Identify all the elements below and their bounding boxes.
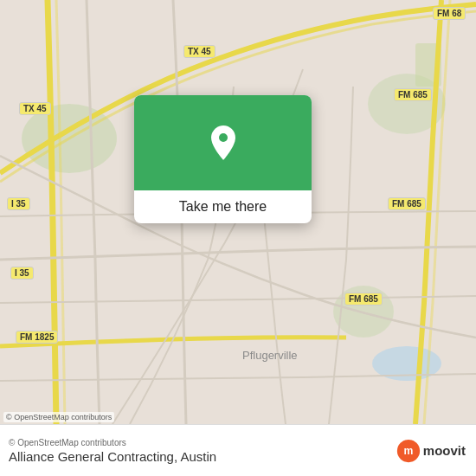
svg-text:Pflugerville: Pflugerville [242,349,298,362]
road-label-tx45-left: TX 45 [19,102,51,115]
road-label-tx45-top: TX 45 [183,45,215,58]
location-pin-icon [203,122,244,164]
bottom-bar: © OpenStreetMap contributors Alliance Ge… [0,424,476,476]
moovit-text: moovit [423,443,466,458]
popup-card: Take me there [134,95,312,223]
road-label-fm1825: FM 1825 [16,331,58,344]
road-label-fm685-low: FM 685 [344,293,383,306]
take-me-there-button[interactable]: Take me there [134,190,312,223]
road-label-i35-top: I 35 [7,197,30,210]
popup-green-area [134,95,312,190]
road-label-i35-bot: I 35 [10,267,34,280]
svg-text:m: m [403,445,413,457]
road-label-fm68: FM 68 [433,7,466,20]
svg-point-7 [219,133,228,142]
moovit-icon: m [396,439,421,463]
osm-attribution: © OpenStreetMap contributors [3,412,114,422]
road-label-fm685-mid: FM 685 [388,197,426,210]
road-label-fm685-top: FM 685 [394,88,432,101]
map-container: Pflugerville FM 68 TX 45 TX 45 FM 685 FM… [0,0,476,424]
moovit-logo: m moovit [396,439,466,463]
